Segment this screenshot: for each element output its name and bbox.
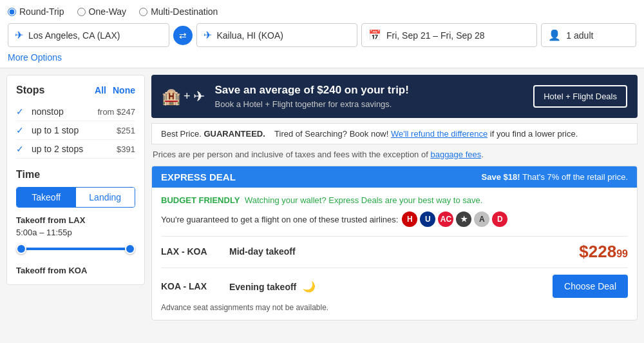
lower-price-text: if you find a lower price.: [490, 129, 578, 139]
slider-thumb-right[interactable]: [125, 244, 135, 254]
seat-warning: Advance seat assignments may not be avai…: [161, 303, 628, 312]
plus-icon: +: [184, 90, 191, 103]
sidebar: Stops All None ✓ nonstop from $247 ✓ up …: [6, 75, 145, 285]
check-icon-nonstop: ✓: [16, 106, 26, 117]
stops-links: All None: [95, 85, 135, 95]
time-range-lax: 5:00a – 11:55p: [16, 228, 135, 237]
all-stops-link[interactable]: All: [95, 85, 106, 95]
landing-toggle-button[interactable]: Landing: [76, 188, 135, 207]
takeoff-from-lax-label: Takeoff from LAX: [16, 215, 135, 225]
airline-logo-4: ★: [456, 211, 471, 227]
flight-row-2: KOA - LAX Evening takeoff 🌙 Choose Deal: [161, 275, 628, 298]
dest-plane-icon: ✈: [204, 29, 212, 41]
budget-text: Watching your wallet? Express Deals are …: [245, 195, 482, 205]
trip-type-row: Round-Trip One-Way Multi-Destination: [8, 6, 636, 17]
guaranteed-text: GUARANTEED.: [204, 129, 265, 139]
budget-friendly-row: BUDGET FRIENDLY Watching your wallet? Ex…: [161, 195, 628, 205]
best-price-bar: Best Price. GUARANTEED. Tired of Searchi…: [151, 123, 638, 144]
stops-title: Stops All None: [16, 84, 135, 96]
date-field[interactable]: 📅 Fri, Sep 21 – Fri, Sep 28: [361, 23, 537, 47]
takeoff-from-koa-label: Takeoff from KOA: [16, 266, 135, 275]
plane-icon: ✈: [15, 29, 23, 41]
one-way-radio[interactable]: One-Way: [77, 6, 127, 17]
airline-logo-6: D: [492, 211, 507, 227]
hotel-banner-title: Save an average of $240 on your trip!: [215, 84, 534, 97]
trusted-airlines-row: You're guaranteed to get a flight on one…: [161, 211, 628, 227]
dates-text: Fri, Sep 21 – Fri, Sep 28: [386, 30, 485, 41]
passengers-text: 1 adult: [566, 30, 593, 41]
airline-logo-5: A: [474, 211, 489, 227]
airline-logo-1: H: [402, 211, 417, 227]
stop-nonstop: ✓ nonstop from $247: [16, 103, 135, 121]
express-deal-label: EXPRESS DEAL: [161, 172, 236, 182]
origin-field[interactable]: ✈ Los Angeles, CA (LAX): [8, 23, 169, 47]
express-deal-savings: Save $18! That's 7% off the retail price…: [482, 172, 629, 182]
calendar-icon: 📅: [368, 29, 381, 41]
round-trip-radio[interactable]: Round-Trip: [8, 6, 64, 17]
refund-link[interactable]: We'll refund the difference: [391, 129, 488, 139]
check-icon-1stop: ✓: [16, 125, 26, 135]
hotel-flight-deals-button[interactable]: Hotel + Flight Deals: [533, 85, 627, 108]
origin-text: Los Angeles, CA (LAX): [28, 30, 120, 41]
lax-time-slider[interactable]: [16, 242, 135, 255]
flight-row-1: LAX - KOA Mid-day takeoff $22899: [161, 243, 628, 260]
moon-icon: 🌙: [303, 281, 316, 292]
person-icon: 👤: [548, 29, 561, 41]
airline-logos: H U AC ★ A D: [402, 211, 507, 227]
express-deal-body: BUDGET FRIENDLY Watching your wallet? Ex…: [152, 188, 637, 320]
choose-deal-button[interactable]: Choose Deal: [553, 275, 628, 298]
flight-icon: ✈: [193, 88, 205, 105]
destination-field[interactable]: ✈ Kailua, HI (KOA): [196, 23, 358, 47]
flight-route-2: KOA - LAX: [161, 281, 219, 291]
prices-note: Prices are per person and inclusive of t…: [151, 150, 638, 159]
check-icon-2stops: ✓: [16, 144, 26, 154]
airline-logo-3: AC: [438, 211, 453, 227]
stop-1stop: ✓ up to 1 stop $251: [16, 121, 135, 140]
price-choose: $22899: [579, 243, 628, 260]
book-now-text: Book now!: [350, 129, 389, 139]
tired-text: Tired of Searching?: [274, 129, 347, 139]
none-stops-link[interactable]: None: [113, 85, 135, 95]
airline-logo-2: U: [420, 211, 435, 227]
stop-2stops: ✓ up to 2 stops $391: [16, 140, 135, 159]
search-fields-row: ✈ Los Angeles, CA (LAX) ⇄ ✈ Kailua, HI (…: [8, 23, 636, 47]
hotel-banner: 🏨 + ✈ Save an average of $240 on your tr…: [151, 75, 638, 118]
multi-dest-radio[interactable]: Multi-Destination: [139, 6, 218, 17]
takeoff-toggle-button[interactable]: Takeoff: [17, 188, 76, 207]
flight-time-label-2: Evening takeoff 🌙: [229, 280, 553, 293]
trusted-text: You're guaranteed to get a flight on one…: [161, 215, 398, 224]
takeoff-landing-toggle: Takeoff Landing: [16, 187, 135, 208]
flight-section-1: LAX - KOA Mid-day takeoff $22899: [161, 236, 628, 264]
main-content: Stops All None ✓ nonstop from $247 ✓ up …: [0, 68, 644, 320]
baggage-fees-link[interactable]: baggage fees: [430, 150, 481, 159]
flight-time-label-1: Mid-day takeoff: [229, 246, 579, 257]
best-price-text: Best Price.: [161, 129, 202, 139]
search-bar-area: Round-Trip One-Way Multi-Destination ✈ L…: [0, 0, 644, 68]
flight-section-2: KOA - LAX Evening takeoff 🌙 Choose Deal …: [161, 268, 628, 312]
more-options-link[interactable]: More Options: [8, 52, 62, 63]
hotel-icon: 🏨: [162, 88, 181, 106]
price-display: $22899: [579, 243, 628, 260]
hotel-flight-icons: 🏨 + ✈: [162, 88, 205, 106]
budget-label: BUDGET FRIENDLY: [161, 195, 240, 205]
hotel-banner-subtitle: Book a Hotel + Flight together for extra…: [215, 99, 534, 109]
flight-route-1: LAX - KOA: [161, 246, 219, 257]
time-section: Time Takeoff Landing Takeoff from LAX 5:…: [16, 169, 135, 275]
results-area: 🏨 + ✈ Save an average of $240 on your tr…: [151, 75, 638, 320]
slider-thumb-left[interactable]: [16, 244, 26, 254]
passengers-field[interactable]: 👤 1 adult: [541, 23, 636, 47]
express-deal-card: EXPRESS DEAL Save $18! That's 7% off the…: [151, 166, 638, 320]
swap-button[interactable]: ⇄: [173, 26, 193, 45]
time-title: Time: [16, 169, 135, 181]
destination-text: Kailua, HI (KOA): [217, 30, 283, 41]
express-deal-header: EXPRESS DEAL Save $18! That's 7% off the…: [152, 166, 637, 188]
